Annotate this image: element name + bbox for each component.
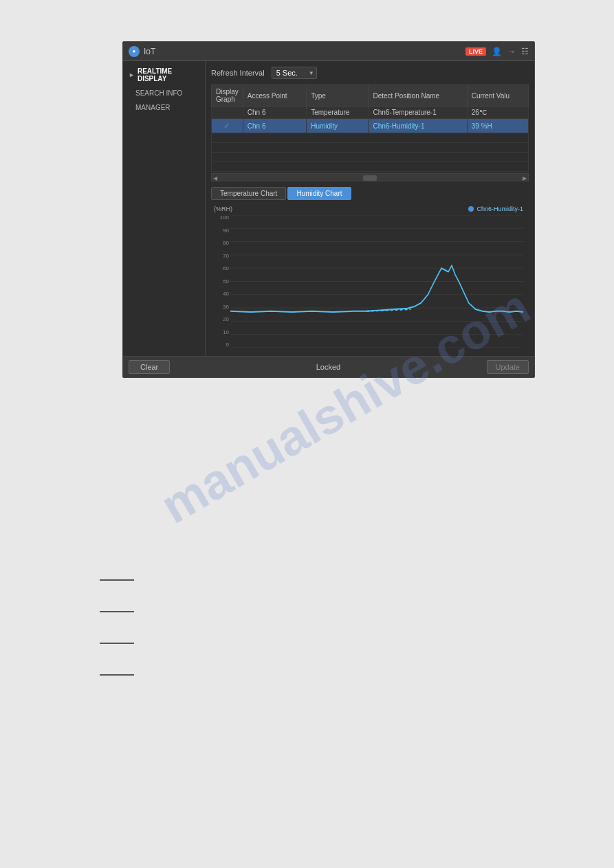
title-bar-left: ● IoT: [129, 46, 155, 57]
legend-color-dot: [468, 206, 474, 212]
y-label-10: 10: [223, 330, 229, 335]
col-detect-position: Detect Position Name: [369, 85, 467, 107]
y-label-50: 50: [223, 279, 229, 285]
sidebar-realtime-display[interactable]: ► REALTIME DISPLAY: [123, 64, 205, 86]
y-label-60: 60: [223, 266, 229, 271]
chart-area: (%RH) Chn6-Humidity-1 100 90 80 70 60 50…: [211, 203, 529, 350]
sidebar: ► REALTIME DISPLAY SEARCH INFO MANAGER: [123, 61, 206, 356]
locked-status: Locked: [316, 363, 340, 371]
horizontal-scrollbar[interactable]: ◀ ▶: [211, 173, 529, 181]
clear-button[interactable]: Clear: [129, 360, 170, 374]
decorative-lines: [100, 579, 134, 676]
y-label-20: 20: [223, 317, 229, 322]
y-label-80: 80: [223, 241, 229, 246]
title-bar-right: LIVE 👤 → ☷: [465, 47, 529, 56]
sidebar-item-search-info[interactable]: SEARCH INFO: [123, 86, 205, 100]
row2-type: Humidity: [307, 119, 369, 133]
row2-access-point: Chn 6: [243, 119, 306, 133]
live-badge: LIVE: [465, 47, 486, 56]
scroll-left-icon[interactable]: ◀: [213, 175, 217, 181]
y-label-0: 0: [226, 342, 229, 348]
y-axis-labels: 100 90 80 70 60 50 40 30 20 10 0: [211, 215, 230, 348]
row2-detect-position: Chn6-Humidity-1: [369, 119, 467, 133]
legend-label: Chn6-Humidity-1: [476, 205, 523, 212]
sidebar-item-manager[interactable]: MANAGER: [123, 100, 205, 115]
expand-arrow-icon: ►: [129, 71, 135, 78]
update-button[interactable]: Update: [487, 360, 529, 374]
row1-detect-position: Chn6-Temperature-1: [369, 107, 467, 119]
table-row-empty: [212, 162, 529, 172]
line-2: [100, 611, 134, 612]
refresh-interval-select[interactable]: 5 Sec. 10 Sec. 30 Sec.: [272, 67, 317, 79]
row1-type: Temperature: [307, 107, 369, 119]
row2-checkbox[interactable]: ✓: [212, 119, 243, 133]
app-title: IoT: [144, 47, 155, 56]
chart-legend: Chn6-Humidity-1: [468, 205, 523, 212]
app-window: ● IoT LIVE 👤 → ☷ ► REALTIME DISPLAY SEAR…: [122, 41, 535, 378]
humidity-chart-svg: [230, 215, 523, 348]
line-3: [100, 643, 134, 644]
table-row-empty: [212, 153, 529, 162]
title-bar: ● IoT LIVE 👤 → ☷: [123, 42, 534, 61]
checkmark-icon: ✓: [223, 121, 230, 131]
row2-current-value: 39 %H: [467, 119, 528, 133]
user-icon[interactable]: 👤: [492, 47, 502, 56]
main-content: Refresh Interval 5 Sec. 10 Sec. 30 Sec. …: [206, 61, 534, 356]
chart-y-label: (%RH): [214, 205, 232, 212]
y-label-100: 100: [220, 215, 229, 221]
y-label-90: 90: [223, 228, 229, 234]
y-label-70: 70: [223, 254, 229, 259]
table-row[interactable]: ✓ Chn 6 Humidity Chn6-Humidity-1 39 %H: [212, 119, 529, 133]
refresh-interval-label: Refresh Interval: [211, 69, 265, 77]
line-4: [100, 674, 134, 676]
refresh-select-wrapper[interactable]: 5 Sec. 10 Sec. 30 Sec.: [272, 67, 317, 79]
bottom-bar: Clear Locked Update: [123, 356, 534, 377]
table-row-empty: [212, 133, 529, 143]
chart-tabs: Temperature Chart Humidity Chart: [211, 187, 529, 200]
refresh-interval-row: Refresh Interval 5 Sec. 10 Sec. 30 Sec.: [211, 67, 529, 79]
col-current-value: Current Valu: [467, 85, 528, 107]
row1-access-point: Chn 6: [243, 107, 306, 119]
tab-humidity-chart[interactable]: Humidity Chart: [287, 187, 351, 200]
row1-checkbox[interactable]: [212, 107, 243, 119]
table-row[interactable]: Chn 6 Temperature Chn6-Temperature-1 26℃: [212, 107, 529, 119]
scroll-right-icon[interactable]: ▶: [523, 175, 527, 181]
col-access-point: Access Point: [243, 85, 306, 107]
sidebar-realtime-label: REALTIME DISPLAY: [138, 67, 199, 82]
grid-icon[interactable]: ☷: [521, 47, 529, 56]
scrollbar-thumb[interactable]: [363, 175, 377, 181]
y-label-30: 30: [223, 304, 229, 310]
line-1: [100, 579, 134, 581]
app-logo-icon: ●: [129, 46, 140, 57]
table-row-empty: [212, 143, 529, 153]
data-table: Display Graph Access Point Type Detect P…: [211, 85, 529, 172]
y-label-40: 40: [223, 291, 229, 297]
export-icon[interactable]: →: [507, 47, 516, 56]
tab-temperature-chart[interactable]: Temperature Chart: [211, 187, 286, 200]
row1-current-value: 26℃: [467, 107, 528, 119]
col-type: Type: [307, 85, 369, 107]
col-display-graph: Display Graph: [212, 85, 243, 107]
app-body: ► REALTIME DISPLAY SEARCH INFO MANAGER R…: [123, 61, 534, 356]
